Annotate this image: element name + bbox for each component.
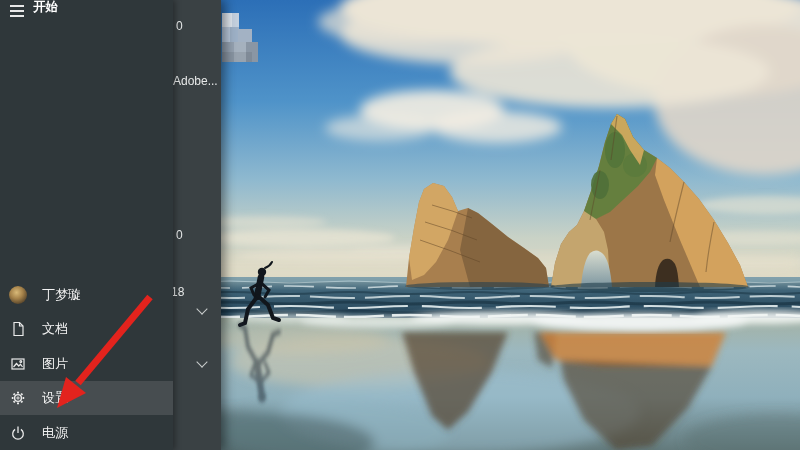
censor-mosaic: [238, 29, 252, 42]
start-menu-item-documents[interactable]: 文档: [0, 312, 173, 346]
censor-mosaic: [222, 52, 252, 62]
gear-icon: [9, 389, 27, 407]
user-name-label: 丁梦璇: [42, 286, 81, 304]
start-menu-item-settings[interactable]: 设置: [0, 381, 173, 415]
start-menu-item-power[interactable]: 电源: [0, 416, 173, 450]
hamburger-menu-icon[interactable]: [10, 5, 24, 17]
start-menu-panel: 0 Adobe... 0 18 开始 丁梦璇: [0, 0, 221, 450]
app-list-item[interactable]: 0: [176, 228, 183, 242]
documents-label: 文档: [42, 320, 68, 338]
chevron-down-icon[interactable]: [196, 303, 207, 314]
chevron-down-icon[interactable]: [196, 356, 207, 367]
user-avatar: [9, 286, 27, 304]
power-label: 电源: [42, 424, 68, 442]
start-menu-rail: 开始 丁梦璇 文档: [0, 0, 173, 450]
censor-mosaic: [222, 27, 239, 42]
screen: 0 Adobe... 0 18 开始 丁梦璇: [0, 0, 800, 450]
pictures-label: 图片: [42, 355, 68, 373]
start-menu-title: 开始: [33, 0, 58, 15]
app-list-item[interactable]: 0: [176, 19, 183, 33]
settings-label: 设置: [42, 389, 68, 407]
power-icon: [9, 424, 27, 442]
pictures-icon: [9, 355, 27, 373]
app-list-item[interactable]: 18: [171, 285, 184, 299]
document-icon: [9, 320, 27, 338]
start-menu-item-pictures[interactable]: 图片: [0, 347, 173, 381]
start-menu-item-user[interactable]: 丁梦璇: [0, 278, 173, 312]
app-list-item[interactable]: Adobe...: [173, 74, 218, 88]
censor-mosaic: [222, 13, 239, 27]
